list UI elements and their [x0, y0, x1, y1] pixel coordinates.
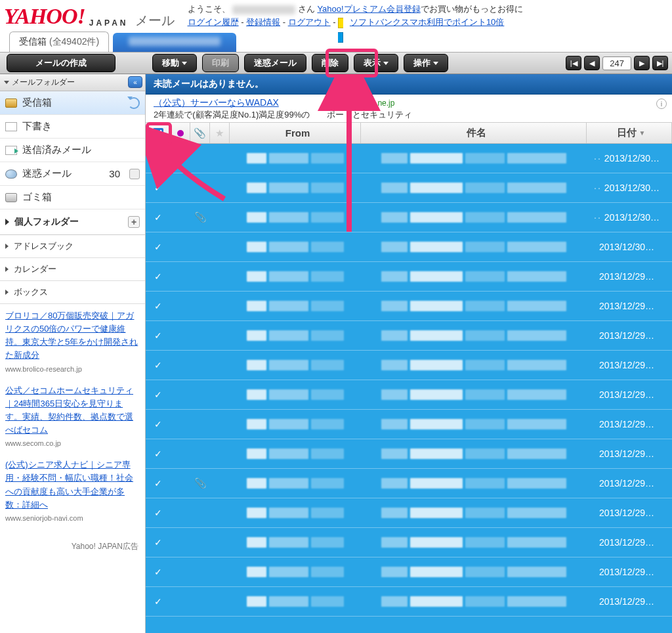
mail-row[interactable]: ✓2013/12/29… [146, 321, 672, 351]
check-icon[interactable]: ✓ [154, 389, 162, 400]
col-date[interactable]: 日付▼ [587, 123, 672, 143]
inline-ad-title[interactable]: （公式）サーバーならWADAX [154, 97, 279, 108]
sidebar-ad-link[interactable]: ブロリコ／80万個販売突破｜アガリクスの50倍のパワーで健康維持。東京大学と5年… [5, 311, 138, 360]
folder-drafts[interactable]: 下書き [0, 115, 145, 139]
pager-last-button[interactable]: ▶| [652, 56, 668, 70]
logo-japan: JAPAN [89, 18, 129, 28]
col-star[interactable]: ★ [210, 123, 230, 143]
check-icon[interactable]: ✓ [154, 271, 162, 282]
check-icon[interactable]: ✓ [154, 448, 162, 459]
check-icon[interactable]: ✓ [154, 242, 162, 252]
sidebar-box[interactable]: ボックス [0, 281, 145, 304]
mail-row[interactable]: ✓2013/12/29… [146, 528, 672, 557]
row-checkbox-cell: ✓ [146, 351, 171, 380]
mail-row[interactable]: ✓2013/12/29… [146, 351, 672, 380]
check-icon[interactable]: ✓ [154, 478, 162, 489]
mail-row[interactable]: ✓2013/12/29… [146, 262, 672, 292]
check-icon[interactable]: ✓ [154, 419, 162, 429]
sidebar-ads-footer[interactable]: Yahoo! JAPAN広告 [0, 538, 145, 555]
app-header: YAHOO! JAPAN メール ようこそ、 さん Yahoo!プレミアム会員登… [0, 0, 672, 30]
row-star-cell [210, 410, 230, 439]
mail-row[interactable]: ✓2013/12/29… [146, 557, 672, 587]
col-date-label: 日付 [617, 127, 637, 139]
pager-prev-button[interactable]: ◀ [584, 56, 600, 70]
collapse-sidebar-button[interactable]: « [128, 76, 142, 88]
mail-row[interactable]: ✓2013/12/29… [146, 587, 672, 617]
compose-label: メールの作成 [35, 57, 87, 69]
print-button[interactable]: 印刷 [202, 54, 239, 72]
select-all-checkbox[interactable] [153, 128, 163, 139]
row-flag-cell [171, 439, 190, 468]
personal-folders-header[interactable]: 個人フォルダー + [0, 209, 145, 235]
row-date-cell: 2013/12/29… [587, 587, 672, 616]
delete-button[interactable]: 削除 [312, 54, 348, 72]
col-from[interactable]: From [230, 123, 361, 143]
pager-page-number[interactable]: 247 [602, 56, 631, 70]
tabs-row: 受信箱 (全49402件) [0, 30, 672, 52]
sidebar-addressbook[interactable]: アドレスブック [0, 235, 145, 258]
row-date: 2013/12/29… [599, 567, 654, 577]
col-flag[interactable] [171, 123, 190, 143]
check-icon[interactable]: ✓ [154, 330, 162, 341]
row-flag-cell [171, 173, 190, 202]
softbank-link[interactable]: ソフトバンクスマホ利用でポイント10倍 [350, 17, 504, 27]
pager-next-button[interactable]: ▶ [634, 56, 650, 70]
check-icon[interactable]: ✓ [154, 537, 162, 548]
sidebar-folders-header[interactable]: メールフォルダー « [0, 74, 145, 91]
login-history-link[interactable]: ログイン履歴 [188, 17, 239, 27]
mail-row[interactable]: ✓2013/12/29… [146, 498, 672, 528]
check-icon[interactable]: ✓ [154, 183, 162, 193]
mail-row[interactable]: ✓📎2013/12/29… [146, 469, 672, 498]
folder-trash[interactable]: ゴミ箱 [0, 186, 145, 209]
row-attachment-cell [190, 144, 210, 173]
row-from-cell [230, 144, 361, 173]
logout-link[interactable]: ログアウト [288, 17, 331, 27]
empty-spam-button[interactable] [129, 169, 140, 179]
mail-row[interactable]: ✓··2013/12/30… [146, 173, 672, 203]
mail-row[interactable]: ✓2013/12/29… [146, 380, 672, 410]
add-folder-button[interactable]: + [128, 216, 140, 228]
mail-row[interactable]: ✓2013/12/29… [146, 292, 672, 321]
mail-row[interactable]: ✓📎··2013/12/30… [146, 203, 672, 232]
refresh-icon[interactable] [128, 97, 140, 109]
premium-link[interactable]: Yahoo!プレミアム会員登録 [317, 4, 420, 14]
mail-list: ✓··2013/12/30…✓··2013/12/30…✓📎··2013/12/… [146, 144, 672, 633]
check-icon[interactable]: ✓ [154, 567, 162, 577]
sidebar-ad-link[interactable]: 公式／セコムホームセキュリティ｜24時間365日安心を見守ります。実績、契約件数… [5, 385, 133, 435]
mail-row[interactable]: ✓··2013/12/30… [146, 144, 672, 173]
spam-button[interactable]: 迷惑メール [244, 54, 306, 72]
move-label: 移動 [162, 57, 179, 69]
sidebar-ad-link[interactable]: (公式)シニア求人ナビ｜シニア専用・経験不問・幅広い職種！社会への貢献度も高い大… [5, 460, 133, 509]
folder-inbox[interactable]: 受信箱 [0, 91, 145, 115]
reg-info-link[interactable]: 登録情報 [246, 17, 280, 27]
mail-row[interactable]: ✓2013/12/30… [146, 232, 672, 262]
col-attachment[interactable]: 📎 [190, 123, 210, 143]
check-icon[interactable]: ✓ [154, 301, 162, 311]
row-from-cell [230, 410, 361, 439]
pager-first-button[interactable]: |◀ [566, 56, 581, 70]
inline-ad-desc-a: 2年連続で(顧客満足度No.1)満足度99%の [154, 110, 310, 120]
row-date: 2013/12/30… [604, 153, 660, 164]
row-subject-cell [361, 528, 587, 557]
tab-secondary[interactable] [113, 33, 236, 52]
col-subject[interactable]: 件名 [361, 123, 587, 143]
mail-row[interactable]: ✓2013/12/29… [146, 410, 672, 439]
view-button[interactable]: 表示 [354, 54, 398, 72]
move-button[interactable]: 移動 [152, 54, 197, 72]
action-button[interactable]: 操作 [404, 54, 448, 72]
check-icon[interactable]: ✓ [154, 596, 162, 607]
compose-button[interactable]: メールの作成 [7, 54, 116, 72]
inline-ad-url: www.wadax.ne.jp [334, 98, 395, 108]
folder-spam[interactable]: 迷惑メール 30 [0, 162, 145, 186]
sidebar-calendar[interactable]: カレンダー [0, 258, 145, 281]
mail-row[interactable]: ✓2013/12/29… [146, 439, 672, 469]
check-icon[interactable]: ✓ [154, 360, 162, 370]
folder-sent[interactable]: 送信済みメール [0, 139, 145, 162]
close-ad-button[interactable]: i [656, 98, 667, 109]
check-icon[interactable]: ✓ [154, 212, 162, 223]
logo[interactable]: YAHOO! JAPAN メール [4, 1, 175, 30]
check-icon[interactable]: ✓ [154, 153, 162, 164]
check-icon[interactable]: ✓ [154, 508, 162, 518]
tab-inbox[interactable]: 受信箱 (全49402件) [9, 32, 109, 52]
flag-dot-icon [177, 130, 184, 137]
